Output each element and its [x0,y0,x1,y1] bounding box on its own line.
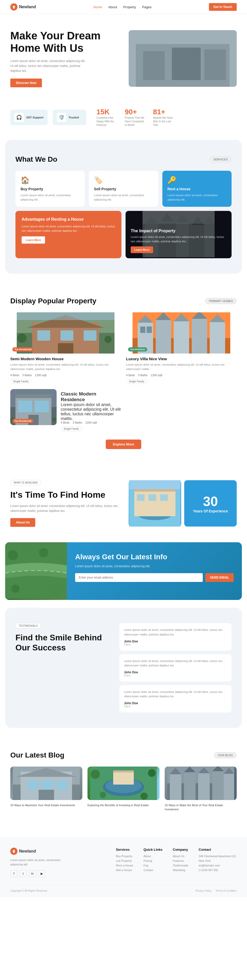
find-home-section: WHAT IS NEWLAND It's Time To Find Home L… [0,465,247,542]
svg-rect-80 [57,781,67,790]
footer-company-col: Company About Us Features Testimonials M… [173,848,188,877]
stat-customers-label: Customers Are Happy With the Features [97,116,117,127]
services-grid: 🏠 Buy Property Lorem ipsum dolor sit ame… [16,171,231,207]
sqft: 1200 sqft [35,374,47,377]
semi-modern-title: Semi Modern Wooden House [10,356,121,361]
svg-point-88 [141,792,148,800]
footer-quick-2[interactable]: Pricing [144,859,163,862]
newsletter-submit-button[interactable]: SEND EMAIL [205,573,234,582]
nav-about[interactable]: About [108,5,117,9]
footer-company-3[interactable]: Testimonials [173,864,188,867]
trusted-card: 🛡️ Trusted [53,110,86,125]
terms-link[interactable]: Terms & Condition [215,889,237,892]
svg-point-69 [22,546,30,554]
footer-company-1[interactable]: About Us [173,854,188,858]
what-we-do-title: What We Do [16,155,57,164]
navbar: Newland Home About Property Pages Get In… [0,0,247,14]
svg-rect-4 [149,48,162,64]
footer-quick-links-col: Quick Links About Pricing Faq Contact [144,848,163,877]
service-buy: 🏠 Buy Property Lorem ipsum dolor sit ame… [16,171,85,207]
testimonial-1: Lorem ipsum dolor sit amet, consectetur … [119,623,231,651]
villa-sqft: 1200 sqft [151,374,162,377]
svg-rect-30 [84,330,97,340]
footer-bottom-links: Privacy Policy Terms & Condition [196,889,237,892]
primary-homes-badge-button[interactable]: PRIMARY HOMES [205,298,237,304]
footer-service-3[interactable]: Rent a House [116,864,133,867]
testimonial-2-author: John Doe [124,670,227,674]
svg-rect-9 [129,30,237,40]
footer-quick-3[interactable]: Faq [144,864,163,867]
blog-post-3[interactable]: 10 Ways to Make the Most of Your Real Es… [165,767,237,811]
hero-image [129,30,237,87]
what-we-do-header: What We Do SERVICES [16,155,231,164]
nav-cta-button[interactable]: Get In Touch [209,3,237,11]
blog-post-1[interactable]: 10 Ways to Maximize Your Real Estate Inv… [10,767,82,811]
semi-modern-image: Top Residential [10,312,121,353]
blog-post-1-image [10,767,82,800]
villa-beds: 4 Beds [126,374,135,377]
svg-rect-94 [184,772,196,800]
logo-text: Newland [19,5,36,9]
footer-brand: Newland Lorem ipsum dolor sit amet, cons… [10,848,106,877]
nav-home[interactable]: Home [93,5,102,9]
right-property-column: Sun Premium Luxury Villa Nice View Lorem… [126,312,237,384]
luxury-villa-title: Luxury Villa Nice View [126,356,237,361]
twitter-icon[interactable]: t [19,870,27,877]
find-home-text: WHAT IS NEWLAND It's Time To Find Home L… [10,480,118,527]
newsletter-title: Always Get Our Latest Info [75,552,234,561]
privacy-policy-link[interactable]: Privacy Policy [196,889,212,892]
footer-brand-name: Newland [10,848,106,855]
find-home-about-button[interactable]: About Us [10,518,35,527]
popular-property-section: Display Popular Property PRIMARY HOMES [0,282,247,465]
svg-rect-78 [28,781,39,790]
footer-quick-4[interactable]: Contact [144,869,163,872]
our-blog-badge-button[interactable]: OUR BLOG [214,752,237,758]
footer-quick-1[interactable]: About [144,854,163,858]
services-badge-button[interactable]: SERVICES [210,156,231,162]
svg-rect-64 [149,495,156,501]
testimonial-3-role: Client [124,705,227,708]
nav-property[interactable]: Property [123,5,136,9]
classic-sqft: 1200 sqft [86,421,97,424]
svg-rect-34 [17,312,114,320]
impact-learn-more-button[interactable]: Learn More [131,247,153,253]
blog-post-1-title: 10 Ways to Maximize Your Real Estate Inv… [10,803,82,808]
youtube-icon[interactable]: ▶ [38,870,45,877]
linkedin-icon[interactable]: in [29,870,36,877]
newsletter-email-input[interactable] [75,573,203,582]
footer-quick-links-list: About Pricing Faq Contact [144,854,163,872]
footer-contact-title: Contact [199,848,237,851]
svg-rect-96 [212,771,224,800]
classic-modern-content: Classic Modern Residence Lorem ipsum dol… [61,389,121,433]
svg-rect-47 [140,326,146,333]
blog-post-2[interactable]: Exploring the Benefits of Investing in R… [87,767,160,811]
testimonials-section: TESTIMONIALS Find the Smile Behind Our S… [5,608,242,728]
svg-rect-29 [60,330,73,340]
facebook-icon[interactable]: f [10,870,17,877]
stat-customers: 15K Customers Are Happy With the Feature… [97,108,117,127]
svg-rect-90 [113,770,134,772]
stat-awards: 81+ Awards We Have Won In the Last Year [153,108,174,127]
footer-service-4[interactable]: Sell a House [116,869,133,872]
footer-service-1[interactable]: Buy Property [116,854,133,858]
prop-type-3: Single Family [126,379,147,384]
footer-service-2[interactable]: List Property [116,859,133,862]
footer-company-4[interactable]: Marketing [173,869,188,872]
svg-rect-39 [174,321,189,353]
footer-email: as@domain.com [199,864,237,867]
promo-learn-more-button[interactable]: Learn More [22,236,45,243]
svg-rect-79 [43,781,53,790]
svg-rect-53 [18,401,32,412]
hero-cta-button[interactable]: Discover Now [10,78,42,87]
villa-baths: 5 Baths [138,374,147,377]
find-home-title: It's Time To Find Home [10,490,118,500]
find-home-images: 30 Years Of Experience [129,480,237,527]
explore-more-button[interactable]: Explore More [106,439,141,449]
footer-company-2[interactable]: Features [173,859,188,862]
svg-point-87 [100,792,106,798]
svg-rect-38 [156,320,171,353]
promo-card: Advantages of Renting a House Lorem ipsu… [16,211,122,258]
find-pool-image [129,480,181,527]
sell-icon: 🏷️ [94,176,153,185]
nav-pages[interactable]: Pages [142,5,152,9]
